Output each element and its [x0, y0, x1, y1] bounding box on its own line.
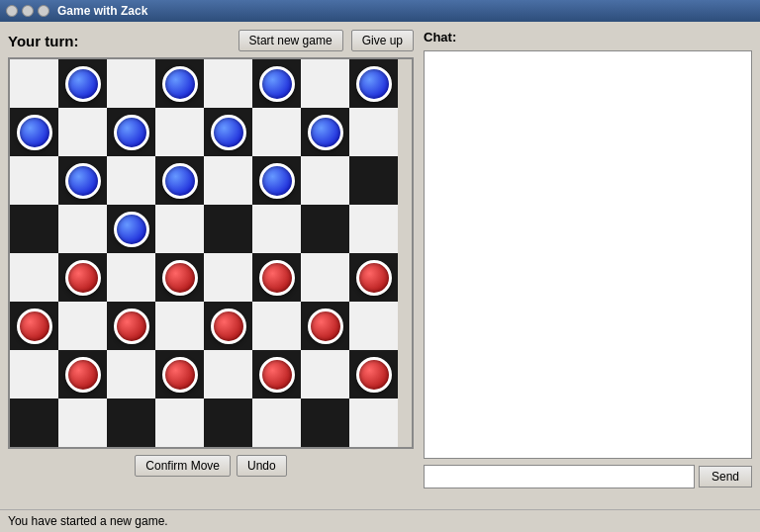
cell-6-4[interactable] — [204, 350, 252, 399]
minimize-button[interactable] — [22, 5, 34, 17]
cell-6-2[interactable] — [107, 350, 155, 399]
cell-3-1[interactable] — [58, 205, 107, 253]
cell-0-5[interactable] — [252, 59, 301, 108]
cell-6-0[interactable] — [10, 350, 58, 399]
cell-2-5[interactable] — [252, 156, 301, 205]
cell-2-4[interactable] — [204, 156, 252, 205]
start-new-game-button[interactable]: Start new game — [238, 30, 343, 51]
cell-2-3[interactable] — [155, 156, 204, 205]
cell-7-0[interactable] — [10, 399, 58, 447]
cell-7-5[interactable] — [252, 399, 301, 447]
cell-2-1[interactable] — [58, 156, 107, 205]
cell-0-4[interactable] — [204, 59, 252, 108]
cell-5-6[interactable] — [301, 302, 349, 350]
cell-5-2[interactable] — [107, 302, 155, 350]
cell-4-0[interactable] — [10, 253, 58, 302]
piece-red-5-2[interactable] — [114, 309, 149, 344]
piece-blue-3-2[interactable] — [114, 212, 149, 247]
cell-1-3[interactable] — [155, 108, 204, 156]
cell-0-3[interactable] — [155, 59, 204, 108]
cell-5-5[interactable] — [252, 302, 301, 350]
cell-3-4[interactable] — [204, 205, 252, 253]
cell-4-3[interactable] — [155, 253, 204, 302]
cell-6-5[interactable] — [252, 350, 301, 399]
cell-7-2[interactable] — [107, 399, 155, 447]
board-grid[interactable] — [10, 59, 412, 447]
cell-7-3[interactable] — [155, 399, 204, 447]
piece-blue-2-3[interactable] — [162, 163, 198, 199]
cell-6-1[interactable] — [58, 350, 107, 399]
cell-1-0[interactable] — [10, 108, 58, 156]
piece-red-4-3[interactable] — [162, 260, 198, 296]
window-controls[interactable] — [6, 5, 49, 17]
cell-0-7[interactable] — [349, 59, 398, 108]
give-up-button[interactable]: Give up — [351, 30, 414, 51]
piece-blue-1-2[interactable] — [114, 115, 149, 150]
piece-red-6-3[interactable] — [162, 357, 198, 393]
cell-5-1[interactable] — [58, 302, 107, 350]
undo-button[interactable]: Undo — [237, 455, 287, 477]
piece-blue-0-3[interactable] — [162, 66, 198, 102]
confirm-move-button[interactable]: Confirm Move — [135, 455, 231, 477]
cell-5-3[interactable] — [155, 302, 204, 350]
piece-red-4-7[interactable] — [356, 260, 392, 296]
piece-red-6-1[interactable] — [65, 357, 101, 393]
cell-0-2[interactable] — [107, 59, 155, 108]
piece-blue-1-0[interactable] — [17, 115, 52, 150]
cell-6-7[interactable] — [349, 350, 398, 399]
cell-0-0[interactable] — [10, 59, 58, 108]
cell-5-4[interactable] — [204, 302, 252, 350]
cell-2-6[interactable] — [301, 156, 349, 205]
cell-4-5[interactable] — [252, 253, 301, 302]
cell-2-2[interactable] — [107, 156, 155, 205]
cell-0-6[interactable] — [301, 59, 349, 108]
cell-7-7[interactable] — [349, 399, 398, 447]
piece-red-6-5[interactable] — [259, 357, 295, 393]
cell-3-7[interactable] — [349, 205, 398, 253]
cell-3-6[interactable] — [301, 205, 349, 253]
piece-blue-2-1[interactable] — [65, 163, 101, 199]
cell-3-3[interactable] — [155, 205, 204, 253]
cell-5-0[interactable] — [10, 302, 58, 350]
cell-5-7[interactable] — [349, 302, 398, 350]
piece-red-5-6[interactable] — [308, 309, 343, 344]
cell-4-4[interactable] — [204, 253, 252, 302]
piece-blue-1-4[interactable] — [211, 115, 246, 150]
cell-6-3[interactable] — [155, 350, 204, 399]
cell-1-5[interactable] — [252, 108, 301, 156]
piece-red-4-5[interactable] — [259, 260, 295, 296]
piece-red-6-7[interactable] — [356, 357, 392, 393]
cell-3-2[interactable] — [107, 205, 155, 253]
piece-red-5-4[interactable] — [211, 309, 246, 344]
cell-1-6[interactable] — [301, 108, 349, 156]
piece-blue-2-5[interactable] — [259, 163, 295, 199]
cell-0-1[interactable] — [58, 59, 107, 108]
cell-4-6[interactable] — [301, 253, 349, 302]
piece-blue-0-1[interactable] — [65, 66, 101, 102]
cell-1-7[interactable] — [349, 108, 398, 156]
cell-6-6[interactable] — [301, 350, 349, 399]
piece-red-4-1[interactable] — [65, 260, 101, 296]
cell-1-4[interactable] — [204, 108, 252, 156]
chat-input[interactable] — [424, 465, 695, 488]
cell-1-2[interactable] — [107, 108, 155, 156]
send-button[interactable]: Send — [699, 466, 752, 488]
piece-blue-0-7[interactable] — [356, 66, 392, 102]
piece-blue-1-6[interactable] — [308, 115, 343, 150]
bottom-controls: Confirm Move Undo — [8, 455, 414, 477]
cell-3-0[interactable] — [10, 205, 58, 253]
close-button[interactable] — [6, 5, 18, 17]
cell-4-7[interactable] — [349, 253, 398, 302]
piece-red-5-0[interactable] — [17, 309, 52, 344]
cell-3-5[interactable] — [252, 205, 301, 253]
cell-2-7[interactable] — [349, 156, 398, 205]
piece-blue-0-5[interactable] — [259, 66, 295, 102]
maximize-button[interactable] — [38, 5, 49, 17]
cell-1-1[interactable] — [58, 108, 107, 156]
cell-2-0[interactable] — [10, 156, 58, 205]
cell-4-2[interactable] — [107, 253, 155, 302]
cell-4-1[interactable] — [58, 253, 107, 302]
cell-7-6[interactable] — [301, 399, 349, 447]
cell-7-1[interactable] — [58, 399, 107, 447]
cell-7-4[interactable] — [204, 399, 252, 447]
